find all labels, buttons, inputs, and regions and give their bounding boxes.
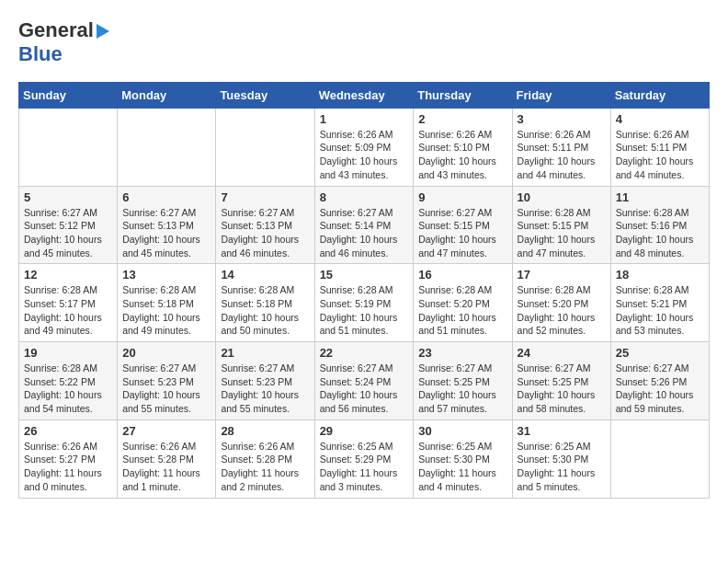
calendar-cell-w2-d1: 13Sunrise: 6:28 AM Sunset: 5:18 PM Dayli… bbox=[118, 264, 216, 342]
day-number: 15 bbox=[320, 268, 409, 282]
day-info: Sunrise: 6:26 AM Sunset: 5:11 PM Dayligh… bbox=[518, 128, 606, 182]
day-info: Sunrise: 6:27 AM Sunset: 5:12 PM Dayligh… bbox=[24, 206, 112, 260]
calendar-cell-w2-d6: 18Sunrise: 6:28 AM Sunset: 5:21 PM Dayli… bbox=[610, 264, 709, 342]
day-info: Sunrise: 6:26 AM Sunset: 5:27 PM Dayligh… bbox=[24, 440, 112, 494]
day-number: 30 bbox=[418, 424, 506, 438]
weekday-header-saturday: Saturday bbox=[610, 82, 709, 108]
day-number: 12 bbox=[24, 268, 112, 282]
day-number: 1 bbox=[320, 112, 409, 126]
day-number: 9 bbox=[418, 190, 506, 204]
day-number: 14 bbox=[221, 268, 309, 282]
day-info: Sunrise: 6:26 AM Sunset: 5:09 PM Dayligh… bbox=[320, 128, 409, 182]
calendar-cell-w0-d3: 1Sunrise: 6:26 AM Sunset: 5:09 PM Daylig… bbox=[314, 108, 414, 186]
calendar-cell-w2-d5: 17Sunrise: 6:28 AM Sunset: 5:20 PM Dayli… bbox=[512, 264, 610, 342]
week-row-2: 12Sunrise: 6:28 AM Sunset: 5:17 PM Dayli… bbox=[19, 264, 710, 342]
calendar-cell-w4-d1: 27Sunrise: 6:26 AM Sunset: 5:28 PM Dayli… bbox=[118, 419, 216, 498]
day-info: Sunrise: 6:28 AM Sunset: 5:19 PM Dayligh… bbox=[320, 283, 409, 338]
day-info: Sunrise: 6:27 AM Sunset: 5:23 PM Dayligh… bbox=[221, 362, 309, 416]
day-info: Sunrise: 6:27 AM Sunset: 5:23 PM Dayligh… bbox=[122, 362, 210, 416]
day-info: Sunrise: 6:27 AM Sunset: 5:13 PM Dayligh… bbox=[221, 206, 309, 260]
calendar-cell-w1-d1: 6Sunrise: 6:27 AM Sunset: 5:13 PM Daylig… bbox=[118, 186, 216, 264]
day-number: 8 bbox=[320, 190, 409, 204]
day-number: 19 bbox=[24, 346, 112, 360]
day-info: Sunrise: 6:26 AM Sunset: 5:11 PM Dayligh… bbox=[616, 128, 704, 182]
day-number: 27 bbox=[122, 424, 210, 438]
calendar-cell-w4-d5: 31Sunrise: 6:25 AM Sunset: 5:30 PM Dayli… bbox=[512, 419, 610, 498]
calendar-cell-w3-d6: 25Sunrise: 6:27 AM Sunset: 5:26 PM Dayli… bbox=[610, 342, 709, 420]
day-number: 6 bbox=[122, 190, 210, 204]
day-info: Sunrise: 6:26 AM Sunset: 5:28 PM Dayligh… bbox=[122, 440, 210, 494]
day-info: Sunrise: 6:26 AM Sunset: 5:10 PM Dayligh… bbox=[418, 128, 506, 182]
day-number: 5 bbox=[24, 190, 112, 204]
day-info: Sunrise: 6:28 AM Sunset: 5:15 PM Dayligh… bbox=[518, 206, 606, 260]
day-info: Sunrise: 6:27 AM Sunset: 5:14 PM Dayligh… bbox=[320, 206, 409, 260]
calendar-cell-w4-d0: 26Sunrise: 6:26 AM Sunset: 5:27 PM Dayli… bbox=[19, 419, 118, 498]
day-number: 18 bbox=[616, 268, 704, 282]
week-row-3: 19Sunrise: 6:28 AM Sunset: 5:22 PM Dayli… bbox=[19, 342, 710, 420]
day-info: Sunrise: 6:27 AM Sunset: 5:26 PM Dayligh… bbox=[616, 362, 704, 416]
day-number: 13 bbox=[122, 268, 210, 282]
day-info: Sunrise: 6:27 AM Sunset: 5:13 PM Dayligh… bbox=[122, 206, 210, 260]
calendar-cell-w0-d6: 4Sunrise: 6:26 AM Sunset: 5:11 PM Daylig… bbox=[610, 108, 709, 186]
calendar-cell-w0-d1 bbox=[118, 108, 216, 186]
calendar-table: SundayMondayTuesdayWednesdayThursdayFrid… bbox=[18, 82, 710, 499]
calendar-cell-w1-d2: 7Sunrise: 6:27 AM Sunset: 5:13 PM Daylig… bbox=[216, 186, 314, 264]
calendar-cell-w1-d0: 5Sunrise: 6:27 AM Sunset: 5:12 PM Daylig… bbox=[19, 186, 118, 264]
calendar-cell-w2-d4: 16Sunrise: 6:28 AM Sunset: 5:20 PM Dayli… bbox=[414, 264, 512, 342]
day-number: 3 bbox=[518, 112, 606, 126]
day-info: Sunrise: 6:28 AM Sunset: 5:21 PM Dayligh… bbox=[616, 283, 704, 338]
calendar-cell-w0-d5: 3Sunrise: 6:26 AM Sunset: 5:11 PM Daylig… bbox=[512, 108, 610, 186]
day-number: 25 bbox=[616, 346, 704, 360]
day-number: 16 bbox=[418, 268, 506, 282]
day-number: 17 bbox=[518, 268, 606, 282]
day-info: Sunrise: 6:25 AM Sunset: 5:30 PM Dayligh… bbox=[518, 440, 606, 494]
day-number: 10 bbox=[518, 190, 606, 204]
day-info: Sunrise: 6:27 AM Sunset: 5:15 PM Dayligh… bbox=[418, 206, 506, 260]
day-info: Sunrise: 6:27 AM Sunset: 5:24 PM Dayligh… bbox=[320, 362, 409, 416]
calendar-cell-w3-d3: 22Sunrise: 6:27 AM Sunset: 5:24 PM Dayli… bbox=[314, 342, 414, 420]
day-number: 11 bbox=[616, 190, 704, 204]
calendar-cell-w3-d2: 21Sunrise: 6:27 AM Sunset: 5:23 PM Dayli… bbox=[216, 342, 314, 420]
day-info: Sunrise: 6:27 AM Sunset: 5:25 PM Dayligh… bbox=[518, 362, 606, 416]
calendar-cell-w3-d0: 19Sunrise: 6:28 AM Sunset: 5:22 PM Dayli… bbox=[19, 342, 118, 420]
calendar-cell-w4-d6 bbox=[610, 419, 709, 498]
calendar-cell-w1-d3: 8Sunrise: 6:27 AM Sunset: 5:14 PM Daylig… bbox=[314, 186, 414, 264]
weekday-header-tuesday: Tuesday bbox=[216, 82, 314, 108]
calendar-cell-w2-d3: 15Sunrise: 6:28 AM Sunset: 5:19 PM Dayli… bbox=[314, 264, 414, 342]
day-info: Sunrise: 6:28 AM Sunset: 5:18 PM Dayligh… bbox=[221, 283, 309, 338]
calendar-cell-w4-d2: 28Sunrise: 6:26 AM Sunset: 5:28 PM Dayli… bbox=[216, 419, 314, 498]
week-row-4: 26Sunrise: 6:26 AM Sunset: 5:27 PM Dayli… bbox=[19, 419, 710, 498]
calendar-cell-w3-d1: 20Sunrise: 6:27 AM Sunset: 5:23 PM Dayli… bbox=[118, 342, 216, 420]
calendar-cell-w2-d0: 12Sunrise: 6:28 AM Sunset: 5:17 PM Dayli… bbox=[19, 264, 118, 342]
week-row-0: 1Sunrise: 6:26 AM Sunset: 5:09 PM Daylig… bbox=[19, 108, 710, 186]
day-info: Sunrise: 6:28 AM Sunset: 5:16 PM Dayligh… bbox=[616, 206, 704, 260]
day-info: Sunrise: 6:28 AM Sunset: 5:18 PM Dayligh… bbox=[122, 283, 210, 338]
page-header: General Blue bbox=[18, 18, 710, 67]
weekday-header-thursday: Thursday bbox=[414, 82, 512, 108]
day-info: Sunrise: 6:28 AM Sunset: 5:22 PM Dayligh… bbox=[24, 362, 112, 416]
day-info: Sunrise: 6:28 AM Sunset: 5:20 PM Dayligh… bbox=[518, 283, 606, 338]
day-info: Sunrise: 6:25 AM Sunset: 5:30 PM Dayligh… bbox=[418, 440, 506, 494]
logo-general: General bbox=[18, 18, 94, 41]
calendar-cell-w0-d0 bbox=[19, 108, 118, 186]
day-info: Sunrise: 6:28 AM Sunset: 5:17 PM Dayligh… bbox=[24, 283, 112, 338]
day-number: 31 bbox=[518, 424, 606, 438]
day-number: 24 bbox=[518, 346, 606, 360]
weekday-header-sunday: Sunday bbox=[19, 82, 118, 108]
calendar-cell-w1-d6: 11Sunrise: 6:28 AM Sunset: 5:16 PM Dayli… bbox=[610, 186, 709, 264]
day-number: 29 bbox=[320, 424, 409, 438]
day-number: 2 bbox=[418, 112, 506, 126]
weekday-header-row: SundayMondayTuesdayWednesdayThursdayFrid… bbox=[19, 82, 710, 108]
day-number: 20 bbox=[122, 346, 210, 360]
calendar-cell-w0-d4: 2Sunrise: 6:26 AM Sunset: 5:10 PM Daylig… bbox=[414, 108, 512, 186]
day-number: 4 bbox=[616, 112, 704, 126]
day-number: 22 bbox=[320, 346, 409, 360]
day-info: Sunrise: 6:26 AM Sunset: 5:28 PM Dayligh… bbox=[221, 440, 309, 494]
logo-arrow bbox=[97, 24, 109, 39]
weekday-header-monday: Monday bbox=[118, 82, 216, 108]
calendar-cell-w3-d5: 24Sunrise: 6:27 AM Sunset: 5:25 PM Dayli… bbox=[512, 342, 610, 420]
day-number: 23 bbox=[418, 346, 506, 360]
day-info: Sunrise: 6:28 AM Sunset: 5:20 PM Dayligh… bbox=[418, 283, 506, 338]
logo: General Blue bbox=[18, 18, 109, 67]
calendar-cell-w1-d5: 10Sunrise: 6:28 AM Sunset: 5:15 PM Dayli… bbox=[512, 186, 610, 264]
